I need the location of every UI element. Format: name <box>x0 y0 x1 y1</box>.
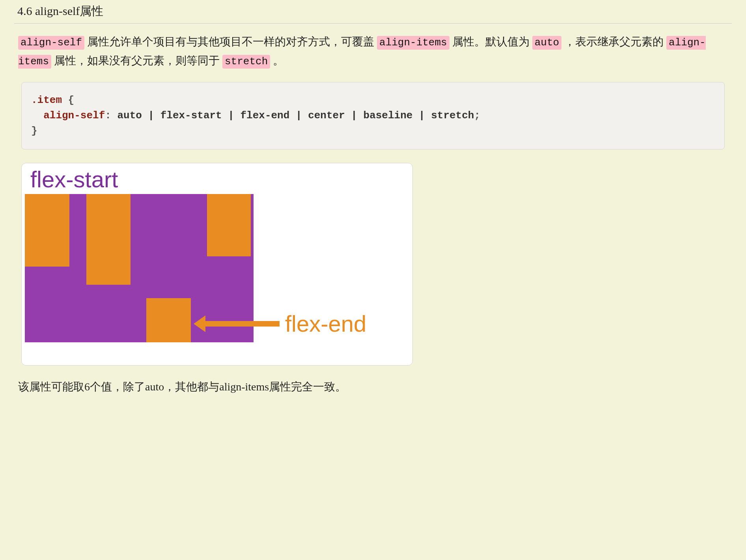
section-heading: 4.6 align-self属性 <box>14 0 732 24</box>
flex-item-4 <box>207 194 251 256</box>
code-semicolon: ; <box>474 110 480 121</box>
flex-item-3-flex-end <box>146 298 191 342</box>
arrow-left-icon <box>205 321 280 327</box>
code-token-auto: auto <box>532 36 561 50</box>
code-block: .item { align-self: auto | flex-start | … <box>21 82 725 149</box>
code-close-brace: } <box>31 125 37 137</box>
figure-label-flex-end: flex-end <box>285 312 366 335</box>
intro-text-3: ，表示继承父元素的 <box>561 35 666 48</box>
figure-box: flex-start flex-end <box>21 163 413 366</box>
intro-text-2: 属性。默认值为 <box>449 35 532 48</box>
figure-demo: flex-end <box>25 194 409 356</box>
intro-text-1: 属性允许单个项目有与其他项目不一样的对齐方式，可覆盖 <box>84 35 377 48</box>
intro-paragraph: align-self 属性允许单个项目有与其他项目不一样的对齐方式，可覆盖 al… <box>18 32 728 70</box>
code-colon: : <box>105 110 117 121</box>
code-value: auto | flex-start | flex-end | center | … <box>117 110 474 121</box>
code-token-stretch: stretch <box>222 55 270 69</box>
flex-item-2 <box>86 194 131 285</box>
intro-text-5: 。 <box>270 54 284 67</box>
arrow-callout: flex-end <box>205 312 366 335</box>
bottom-paragraph: 该属性可能取6个值，除了auto，其他都与align-items属性完全一致。 <box>18 377 728 396</box>
figure-title-flex-start: flex-start <box>30 168 409 191</box>
intro-text-4: 属性，如果没有父元素，则等同于 <box>51 54 222 67</box>
code-property: align-self <box>31 110 105 121</box>
code-token-align-items: align-items <box>377 36 449 50</box>
flex-item-1 <box>25 194 69 267</box>
code-token-align-self: align-self <box>18 36 84 50</box>
code-open-brace: { <box>62 94 74 106</box>
code-selector: .item <box>31 94 62 106</box>
